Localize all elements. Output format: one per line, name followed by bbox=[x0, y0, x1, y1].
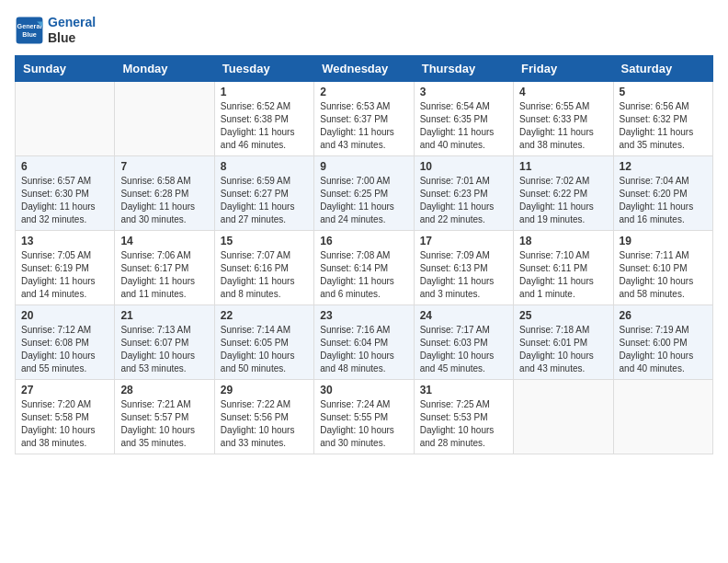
day-number: 6 bbox=[21, 160, 108, 173]
day-number: 19 bbox=[620, 235, 707, 247]
day-number: 17 bbox=[420, 235, 507, 247]
day-number: 31 bbox=[420, 384, 507, 396]
header-friday: Friday bbox=[514, 55, 613, 81]
header-thursday: Thursday bbox=[414, 55, 513, 81]
day-info: Sunrise: 6:52 AM Sunset: 6:38 PM Dayligh… bbox=[221, 100, 308, 152]
day-number: 30 bbox=[320, 384, 407, 396]
calendar-empty-cell bbox=[16, 81, 115, 155]
calendar-day-30: 30Sunrise: 7:24 AM Sunset: 5:55 PM Dayli… bbox=[314, 379, 414, 454]
day-info: Sunrise: 7:08 AM Sunset: 6:14 PM Dayligh… bbox=[320, 249, 407, 301]
calendar-day-29: 29Sunrise: 7:22 AM Sunset: 5:56 PM Dayli… bbox=[214, 379, 313, 454]
day-info: Sunrise: 6:57 AM Sunset: 6:30 PM Dayligh… bbox=[21, 175, 108, 226]
day-number: 2 bbox=[320, 86, 407, 98]
day-number: 24 bbox=[420, 309, 507, 322]
calendar-week-row: 13Sunrise: 7:05 AM Sunset: 6:19 PM Dayli… bbox=[16, 230, 713, 304]
day-info: Sunrise: 7:10 AM Sunset: 6:11 PM Dayligh… bbox=[519, 249, 607, 301]
day-info: Sunrise: 7:22 AM Sunset: 5:56 PM Dayligh… bbox=[221, 398, 308, 450]
day-number: 27 bbox=[21, 384, 108, 396]
calendar-day-31: 31Sunrise: 7:25 AM Sunset: 5:53 PM Dayli… bbox=[414, 379, 513, 454]
day-info: Sunrise: 7:07 AM Sunset: 6:16 PM Dayligh… bbox=[221, 249, 308, 301]
calendar-day-21: 21Sunrise: 7:13 AM Sunset: 6:07 PM Dayli… bbox=[115, 304, 214, 379]
calendar-day-10: 10Sunrise: 7:01 AM Sunset: 6:23 PM Dayli… bbox=[414, 155, 513, 230]
logo-icon: General Blue bbox=[15, 16, 44, 45]
calendar-week-row: 27Sunrise: 7:20 AM Sunset: 5:58 PM Dayli… bbox=[16, 379, 713, 454]
day-info: Sunrise: 6:55 AM Sunset: 6:33 PM Dayligh… bbox=[519, 100, 607, 152]
day-number: 25 bbox=[519, 309, 607, 322]
day-number: 8 bbox=[221, 160, 308, 173]
calendar-day-3: 3Sunrise: 6:54 AM Sunset: 6:35 PM Daylig… bbox=[414, 81, 513, 155]
day-info: Sunrise: 7:19 AM Sunset: 6:00 PM Dayligh… bbox=[620, 324, 707, 375]
svg-text:Blue: Blue bbox=[22, 30, 37, 39]
day-info: Sunrise: 6:58 AM Sunset: 6:28 PM Dayligh… bbox=[120, 175, 208, 226]
day-info: Sunrise: 7:06 AM Sunset: 6:17 PM Dayligh… bbox=[120, 249, 208, 301]
calendar-week-row: 20Sunrise: 7:12 AM Sunset: 6:08 PM Dayli… bbox=[16, 304, 713, 379]
calendar-day-9: 9Sunrise: 7:00 AM Sunset: 6:25 PM Daylig… bbox=[314, 155, 414, 230]
day-info: Sunrise: 6:56 AM Sunset: 6:32 PM Dayligh… bbox=[620, 100, 707, 152]
day-number: 13 bbox=[21, 235, 108, 247]
day-info: Sunrise: 7:17 AM Sunset: 6:03 PM Dayligh… bbox=[420, 324, 507, 375]
calendar-day-28: 28Sunrise: 7:21 AM Sunset: 5:57 PM Dayli… bbox=[115, 379, 214, 454]
logo: General Blue GeneralBlue bbox=[15, 15, 96, 46]
calendar-empty-cell bbox=[514, 379, 613, 454]
day-number: 29 bbox=[221, 384, 308, 396]
calendar-day-25: 25Sunrise: 7:18 AM Sunset: 6:01 PM Dayli… bbox=[514, 304, 613, 379]
header-saturday: Saturday bbox=[613, 55, 712, 81]
page-header: General Blue GeneralBlue bbox=[15, 15, 713, 46]
day-info: Sunrise: 7:05 AM Sunset: 6:19 PM Dayligh… bbox=[21, 249, 108, 301]
day-number: 5 bbox=[620, 86, 707, 98]
calendar-day-23: 23Sunrise: 7:16 AM Sunset: 6:04 PM Dayli… bbox=[314, 304, 414, 379]
calendar-day-26: 26Sunrise: 7:19 AM Sunset: 6:00 PM Dayli… bbox=[613, 304, 712, 379]
day-info: Sunrise: 6:53 AM Sunset: 6:37 PM Dayligh… bbox=[320, 100, 407, 152]
day-number: 14 bbox=[120, 235, 208, 247]
calendar-day-13: 13Sunrise: 7:05 AM Sunset: 6:19 PM Dayli… bbox=[16, 230, 115, 304]
day-info: Sunrise: 7:04 AM Sunset: 6:20 PM Dayligh… bbox=[620, 175, 707, 226]
logo-text: GeneralBlue bbox=[48, 15, 96, 46]
header-wednesday: Wednesday bbox=[314, 55, 414, 81]
day-number: 11 bbox=[519, 160, 607, 173]
day-number: 22 bbox=[221, 309, 308, 322]
calendar-day-14: 14Sunrise: 7:06 AM Sunset: 6:17 PM Dayli… bbox=[115, 230, 214, 304]
calendar-day-7: 7Sunrise: 6:58 AM Sunset: 6:28 PM Daylig… bbox=[115, 155, 214, 230]
day-info: Sunrise: 7:13 AM Sunset: 6:07 PM Dayligh… bbox=[120, 324, 208, 375]
calendar-day-2: 2Sunrise: 6:53 AM Sunset: 6:37 PM Daylig… bbox=[314, 81, 414, 155]
day-info: Sunrise: 7:09 AM Sunset: 6:13 PM Dayligh… bbox=[420, 249, 507, 301]
svg-text:General: General bbox=[17, 22, 42, 30]
day-number: 28 bbox=[120, 384, 208, 396]
calendar-day-22: 22Sunrise: 7:14 AM Sunset: 6:05 PM Dayli… bbox=[214, 304, 313, 379]
day-info: Sunrise: 7:16 AM Sunset: 6:04 PM Dayligh… bbox=[320, 324, 407, 375]
day-info: Sunrise: 7:18 AM Sunset: 6:01 PM Dayligh… bbox=[519, 324, 607, 375]
calendar-day-27: 27Sunrise: 7:20 AM Sunset: 5:58 PM Dayli… bbox=[16, 379, 115, 454]
calendar-day-11: 11Sunrise: 7:02 AM Sunset: 6:22 PM Dayli… bbox=[514, 155, 613, 230]
calendar-week-row: 6Sunrise: 6:57 AM Sunset: 6:30 PM Daylig… bbox=[16, 155, 713, 230]
day-number: 16 bbox=[320, 235, 407, 247]
day-number: 26 bbox=[620, 309, 707, 322]
calendar-day-19: 19Sunrise: 7:11 AM Sunset: 6:10 PM Dayli… bbox=[613, 230, 712, 304]
day-info: Sunrise: 7:21 AM Sunset: 5:57 PM Dayligh… bbox=[120, 398, 208, 450]
calendar-day-4: 4Sunrise: 6:55 AM Sunset: 6:33 PM Daylig… bbox=[514, 81, 613, 155]
calendar-day-12: 12Sunrise: 7:04 AM Sunset: 6:20 PM Dayli… bbox=[613, 155, 712, 230]
calendar-day-5: 5Sunrise: 6:56 AM Sunset: 6:32 PM Daylig… bbox=[613, 81, 712, 155]
day-number: 3 bbox=[420, 86, 507, 98]
day-number: 7 bbox=[120, 160, 208, 173]
calendar-day-6: 6Sunrise: 6:57 AM Sunset: 6:30 PM Daylig… bbox=[16, 155, 115, 230]
day-info: Sunrise: 7:11 AM Sunset: 6:10 PM Dayligh… bbox=[620, 249, 707, 301]
day-number: 1 bbox=[221, 86, 308, 98]
calendar-table: SundayMondayTuesdayWednesdayThursdayFrid… bbox=[15, 55, 713, 454]
day-number: 9 bbox=[320, 160, 407, 173]
day-number: 4 bbox=[519, 86, 607, 98]
day-info: Sunrise: 7:14 AM Sunset: 6:05 PM Dayligh… bbox=[221, 324, 308, 375]
day-number: 23 bbox=[320, 309, 407, 322]
day-number: 12 bbox=[620, 160, 707, 173]
day-number: 10 bbox=[420, 160, 507, 173]
header-sunday: Sunday bbox=[16, 55, 115, 81]
calendar-day-8: 8Sunrise: 6:59 AM Sunset: 6:27 PM Daylig… bbox=[214, 155, 313, 230]
day-number: 15 bbox=[221, 235, 308, 247]
day-info: Sunrise: 6:59 AM Sunset: 6:27 PM Dayligh… bbox=[221, 175, 308, 226]
day-info: Sunrise: 7:24 AM Sunset: 5:55 PM Dayligh… bbox=[320, 398, 407, 450]
day-number: 21 bbox=[120, 309, 208, 322]
day-info: Sunrise: 6:54 AM Sunset: 6:35 PM Dayligh… bbox=[420, 100, 507, 152]
calendar-day-17: 17Sunrise: 7:09 AM Sunset: 6:13 PM Dayli… bbox=[414, 230, 513, 304]
day-number: 20 bbox=[21, 309, 108, 322]
calendar-day-18: 18Sunrise: 7:10 AM Sunset: 6:11 PM Dayli… bbox=[514, 230, 613, 304]
calendar-day-15: 15Sunrise: 7:07 AM Sunset: 6:16 PM Dayli… bbox=[214, 230, 313, 304]
